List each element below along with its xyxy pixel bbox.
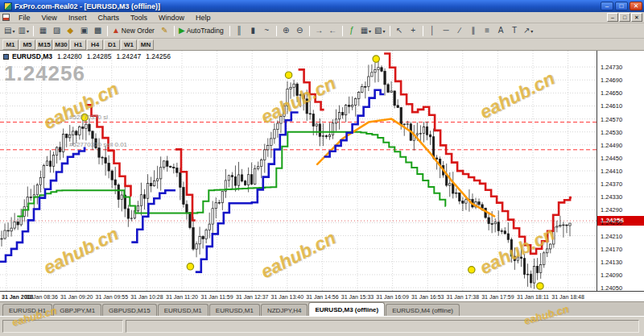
time-label: 31 Jan 17:59 (481, 294, 514, 300)
tab-eurusd-m3-offline[interactable]: EURUSD,M3 (offline) (308, 302, 385, 316)
profiles-button[interactable]: ▥▾ (16, 24, 30, 37)
menu-item-view[interactable]: View (36, 13, 63, 23)
status-panel (126, 320, 639, 333)
trend-line-button[interactable]: ∕ (453, 24, 467, 37)
time-label: 31 Jan 11:59 (201, 294, 233, 300)
fibonacci-button[interactable]: ≡ (481, 24, 494, 37)
tab-gbpusd-m15[interactable]: GBPUSD,M15 (102, 304, 157, 316)
signal-dots-layer (81, 56, 543, 289)
big-price-watermark: 1.24256 (4, 61, 85, 86)
timeframe-h1[interactable]: H1 (70, 39, 86, 50)
zoom-out-icon: ⊖ (296, 25, 303, 36)
zoom-out-button[interactable]: ⊖ (293, 24, 307, 37)
new-chart-button[interactable]: ▤▾ (2, 24, 16, 37)
terminal-button[interactable]: ▣ (77, 24, 91, 37)
window-title: FxPro.com-Real02 - [EURUSD,M3 (offline)] (14, 2, 160, 10)
timeframe-h4[interactable]: H4 (87, 39, 103, 50)
arrows-icon: ↗ (523, 25, 530, 36)
time-label: 31 Jan 12:37 (236, 294, 268, 300)
tab-eurusd-h1[interactable]: EURUSD,H1 (2, 304, 52, 316)
price-chart[interactable] (0, 51, 597, 291)
ohlc-close: 1.24256 (146, 52, 171, 60)
cursor-button[interactable]: ↖ (393, 24, 407, 37)
time-label: 31 Jan 15:33 (341, 294, 374, 300)
timeframe-mn[interactable]: MN (138, 39, 154, 50)
trend-line-segment (196, 113, 299, 272)
vertical-line-button[interactable]: │ (426, 24, 440, 37)
child-minimize-button[interactable]: ‒ (607, 13, 618, 22)
crosshair-icon: + (411, 25, 415, 36)
timeframe-m30[interactable]: M30 (53, 39, 69, 50)
text-label-button[interactable]: T (508, 24, 522, 37)
trend-line-segment (384, 54, 572, 254)
app-icon (4, 2, 12, 10)
chevron-down-icon: ▾ (369, 28, 371, 34)
toolbar-separator (309, 26, 310, 36)
chart-shift-button[interactable]: ← (326, 24, 340, 37)
tab-eurusd-m4-offline[interactable]: EURUSD,M4 (offline) (386, 304, 460, 316)
chevron-down-icon: ▾ (530, 28, 533, 34)
chart-area: EURUSD,M3 1.24280 1.24285 1.24247 1.2425… (0, 51, 644, 291)
timeframe-m5[interactable]: M5 (19, 39, 35, 50)
time-label: 31 Jan 16:53 (411, 294, 444, 300)
menu-item-tools[interactable]: Tools (125, 13, 153, 23)
tab-eurusd-m1[interactable]: EURUSD,M1 (209, 304, 260, 316)
auto-scroll-button[interactable]: → (312, 24, 326, 37)
new-order-button[interactable]: ▲New Order (110, 24, 158, 37)
indicators-icon: ƒ (349, 25, 354, 36)
sell-order-label: #52770370 sell 0.01 (69, 141, 127, 148)
chevron-down-icon: ▾ (383, 28, 386, 34)
time-axis[interactable]: 31 Jan 201831 Jan 08:3631 Jan 09:2031 Ja… (0, 291, 644, 301)
toolbar-separator (229, 26, 230, 36)
tab-eurusd-m1[interactable]: EURUSD,M1 (158, 304, 208, 316)
autotrading-button[interactable]: ▶AutoTrading (177, 24, 227, 37)
minimize-button[interactable]: ‒ (601, 2, 613, 10)
chart-line-button[interactable]: ~ (260, 24, 274, 37)
navigator-icon: ◆ (68, 25, 74, 36)
price-tick: 1.24530 (601, 129, 622, 136)
timeframe-m15[interactable]: M15 (36, 39, 52, 50)
horizontal-line-button[interactable]: ─ (440, 24, 453, 37)
close-button[interactable]: ✕ (630, 2, 642, 10)
menu-item-help[interactable]: Help (190, 13, 217, 23)
maximize-button[interactable]: □ (615, 2, 628, 10)
price-axis[interactable]: 1.24256 1.247301.246901.246501.246101.24… (597, 51, 644, 291)
profiles-icon: ▥ (18, 25, 25, 36)
strategy-tester-button[interactable]: ▩ (91, 24, 105, 37)
text-button[interactable]: A (494, 24, 508, 37)
chart-bars-button[interactable]: ║ (233, 24, 246, 37)
menu-item-insert[interactable]: Insert (63, 13, 93, 23)
menu-item-file[interactable]: File (13, 13, 36, 23)
periods-button[interactable]: ▦▾ (359, 24, 373, 37)
timeframe-w1[interactable]: W1 (121, 39, 137, 50)
tab-nzdjpy-h4[interactable]: NZDJPY,H4 (261, 304, 308, 316)
child-close-button[interactable]: ✕ (631, 13, 642, 22)
arrows-button[interactable]: ↗▾ (522, 24, 535, 37)
chart-candlesticks-button[interactable]: ▮ (246, 24, 260, 37)
child-restore-button[interactable]: □ (619, 13, 630, 22)
title-bar: FxPro.com-Real02 - [EURUSD,M3 (offline)]… (0, 0, 644, 12)
zoom-in-button[interactable]: ⊕ (279, 24, 293, 37)
trend-line-segment (299, 69, 324, 110)
navigator-button[interactable]: ◆ (64, 24, 77, 37)
indicators-button[interactable]: ƒ (345, 24, 359, 37)
market-watch-icon: ▦ (39, 25, 47, 36)
cursor-icon: ↖ (396, 25, 402, 36)
data-window-button[interactable]: ▨ (50, 24, 64, 37)
menu-item-charts[interactable]: Charts (92, 13, 125, 23)
menu-item-window[interactable]: Window (153, 13, 190, 23)
new-order-label: New Order (122, 27, 155, 35)
templates-button[interactable]: ▧▾ (373, 24, 386, 37)
price-tick: 1.24170 (601, 246, 622, 253)
timeframe-d1[interactable]: D1 (104, 39, 120, 50)
symbol-icon (3, 54, 9, 60)
toolbar-separator (33, 26, 34, 36)
price-tick: 1.24330 (601, 193, 622, 201)
chart-tab-bar: EURUSD,H1GBPJPY,M1GBPUSD,M15EURUSD,M1EUR… (0, 301, 644, 316)
channel-button[interactable]: ∥ (467, 24, 481, 37)
market-watch-button[interactable]: ▦ (36, 24, 50, 37)
timeframe-m1[interactable]: M1 (2, 39, 19, 50)
tab-gbpjpy-m1[interactable]: GBPJPY,M1 (53, 304, 101, 316)
crosshair-button[interactable]: + (407, 24, 420, 37)
metaeditor-button[interactable]: ✎ (158, 24, 171, 37)
